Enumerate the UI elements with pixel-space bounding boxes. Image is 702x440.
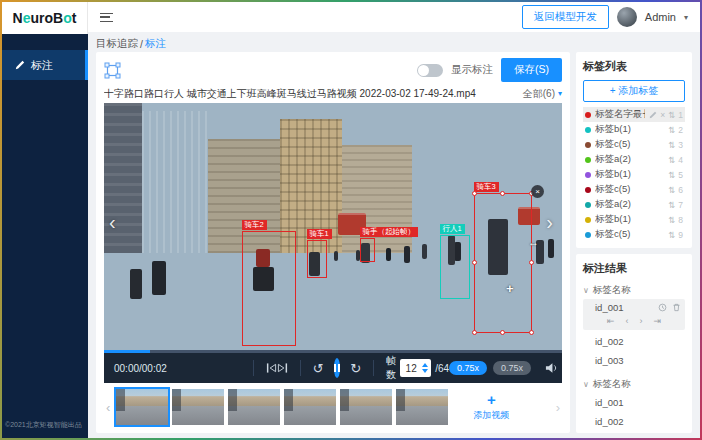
nav-last-icon[interactable]: ⇥ bbox=[654, 316, 662, 326]
frame-number-input[interactable] bbox=[400, 363, 422, 374]
tag-row[interactable]: 标签c(5) ⇅3 bbox=[583, 137, 685, 152]
tag-order: 5 bbox=[678, 170, 683, 180]
content-area: 目标追踪 / 标注 bbox=[88, 32, 700, 438]
back-to-model-dev-button[interactable]: 返回模型开发 bbox=[522, 5, 609, 29]
resize-handle[interactable] bbox=[472, 330, 477, 335]
collapse-menu-icon[interactable] bbox=[100, 13, 113, 22]
logo-text: N bbox=[13, 10, 23, 26]
video-thumbnail[interactable] bbox=[228, 389, 280, 425]
prev-frame-icon[interactable] bbox=[266, 363, 277, 373]
tag-row[interactable]: 标签b(1) ⇅2 bbox=[583, 122, 685, 137]
result-group-header[interactable]: ∨ 标签名称 bbox=[583, 378, 685, 391]
resize-handle[interactable] bbox=[529, 260, 534, 265]
bbox-cyclist-1[interactable]: 骑车1 bbox=[307, 240, 327, 278]
bbox-pedestrian-1[interactable]: 行人1 bbox=[440, 235, 470, 299]
result-item-selected[interactable]: id_001 ⇤ ‹ › ⇥ bbox=[583, 299, 685, 330]
user-avatar[interactable] bbox=[617, 7, 637, 27]
video-prev-chevron-icon[interactable]: ‹ bbox=[109, 211, 116, 234]
video-next-chevron-icon[interactable]: › bbox=[546, 211, 553, 234]
volume-icon[interactable] bbox=[545, 362, 558, 374]
tag-row[interactable]: 标签名字最长数... × ⇅ 1 bbox=[583, 107, 685, 122]
speed-pill-inactive[interactable]: 0.75x bbox=[493, 361, 531, 375]
app-root: NeuroBot 标注 ©2021北京矩视智能出品 返回模型开发 Admin ▾… bbox=[2, 2, 700, 438]
save-button[interactable]: 保存(S) bbox=[501, 58, 562, 82]
rewind-10-icon[interactable]: ↺ bbox=[313, 362, 324, 375]
tag-row[interactable]: 标签c(5) ⇅6 bbox=[583, 182, 685, 197]
bbox-cyclist-2[interactable]: 骑车2 bbox=[242, 231, 296, 346]
bbox-tool-icon[interactable] bbox=[104, 62, 121, 79]
user-menu-caret-icon[interactable]: ▾ bbox=[684, 13, 688, 22]
resize-handle[interactable] bbox=[472, 191, 477, 196]
video-thumbnail[interactable] bbox=[284, 389, 336, 425]
tag-row[interactable]: 标签a(2) ⇅7 bbox=[583, 197, 685, 212]
sort-tag-icon[interactable]: ⇅ bbox=[668, 155, 675, 165]
tag-name: 标签b(1) bbox=[595, 123, 664, 136]
body-row: 显示标注 保存(S) 十字路口路口行人 城市交通上下班高峰斑马线过马路视频 20… bbox=[96, 52, 692, 433]
next-frame-icon[interactable] bbox=[277, 363, 288, 373]
tag-row[interactable]: 标签b(1) ⇅8 bbox=[583, 212, 685, 227]
nav-next-icon[interactable]: › bbox=[640, 316, 643, 326]
edit-tag-icon[interactable] bbox=[649, 111, 657, 119]
tag-name: 标签b(1) bbox=[595, 168, 664, 181]
bbox-cyclist-3-selected[interactable]: 骑车3 × bbox=[474, 193, 532, 333]
filmstrip-right-chevron-icon[interactable]: › bbox=[554, 400, 562, 415]
result-item[interactable]: id_001 bbox=[583, 393, 685, 412]
result-item[interactable]: id_002 bbox=[583, 412, 685, 431]
result-item[interactable]: id_003 bbox=[583, 351, 685, 370]
delete-tag-icon[interactable]: × bbox=[660, 110, 665, 120]
result-group-header[interactable]: ∨ 标签名称 bbox=[583, 284, 685, 297]
resize-handle[interactable] bbox=[500, 191, 505, 196]
sort-tag-icon[interactable]: ⇅ bbox=[668, 170, 675, 180]
bbox-rider-startframe[interactable]: 骑手（起始帧） bbox=[360, 238, 375, 262]
tag-name: 标签a(2) bbox=[595, 198, 664, 211]
nav-prev-icon[interactable]: ‹ bbox=[626, 316, 629, 326]
progress-bar[interactable] bbox=[104, 350, 562, 353]
filter-dropdown[interactable]: 全部(6) ▾ bbox=[515, 87, 562, 101]
sort-tag-icon[interactable]: ⇅ bbox=[668, 185, 675, 195]
video-frame[interactable]: ‹ › 骑车2 骑车1 骑手（起始帧） 行人1 bbox=[104, 103, 562, 350]
pause-button[interactable] bbox=[334, 358, 341, 378]
trash-icon[interactable] bbox=[672, 303, 681, 312]
step-up-icon[interactable] bbox=[422, 363, 428, 367]
result-item[interactable]: id_002 bbox=[583, 332, 685, 351]
resize-handle[interactable] bbox=[472, 260, 477, 265]
result-item[interactable]: id_003 bbox=[583, 431, 685, 433]
resize-handle[interactable] bbox=[529, 330, 534, 335]
tag-name: 标签名字最长数... bbox=[595, 108, 645, 121]
sort-tag-icon[interactable]: ⇅ bbox=[668, 200, 675, 210]
sort-tag-icon[interactable]: ⇅ bbox=[668, 125, 675, 135]
tag-row[interactable]: 标签a(2) ⇅4 bbox=[583, 152, 685, 167]
divider bbox=[253, 360, 254, 376]
speed-pill-active[interactable]: 0.75x bbox=[449, 361, 487, 375]
tag-order: 7 bbox=[678, 200, 683, 210]
tag-row[interactable]: 标签c(5) ⇅9 bbox=[583, 227, 685, 242]
result-id: id_001 bbox=[595, 302, 624, 313]
nav-first-icon[interactable]: ⇤ bbox=[607, 316, 615, 326]
tag-order: 2 bbox=[678, 125, 683, 135]
show-annotation-toggle[interactable] bbox=[417, 64, 443, 77]
add-video-button[interactable]: + 添加视频 bbox=[452, 387, 530, 427]
username[interactable]: Admin bbox=[645, 11, 676, 23]
add-tag-button[interactable]: + 添加标签 bbox=[583, 80, 685, 102]
video-thumbnail[interactable] bbox=[340, 389, 392, 425]
sort-tag-icon[interactable]: ⇅ bbox=[668, 110, 675, 120]
sidebar-item-annotate[interactable]: 标注 bbox=[2, 50, 88, 80]
move-cursor: ↔ bbox=[528, 236, 539, 248]
sort-tag-icon[interactable]: ⇅ bbox=[668, 140, 675, 150]
video-thumbnail[interactable] bbox=[172, 389, 224, 425]
history-icon[interactable] bbox=[658, 303, 667, 312]
sort-tag-icon[interactable]: ⇅ bbox=[668, 215, 675, 225]
video-thumbnail-selected[interactable] bbox=[116, 389, 168, 425]
delete-bbox-icon[interactable]: × bbox=[531, 185, 544, 198]
sort-tag-icon[interactable]: ⇅ bbox=[668, 230, 675, 240]
logo-text: uroB bbox=[31, 10, 64, 26]
breadcrumb-parent[interactable]: 目标追踪 bbox=[96, 37, 138, 51]
tag-row[interactable]: 标签b(1) ⇅5 bbox=[583, 167, 685, 182]
forward-10-icon[interactable]: ↻ bbox=[350, 362, 361, 375]
bbox-label: 骑车3 bbox=[474, 182, 499, 192]
resize-handle[interactable] bbox=[500, 330, 505, 335]
filmstrip-left-chevron-icon[interactable]: ‹ bbox=[104, 400, 112, 415]
tag-color-dot bbox=[585, 232, 591, 238]
video-thumbnail[interactable] bbox=[396, 389, 448, 425]
step-down-icon[interactable] bbox=[422, 369, 428, 373]
